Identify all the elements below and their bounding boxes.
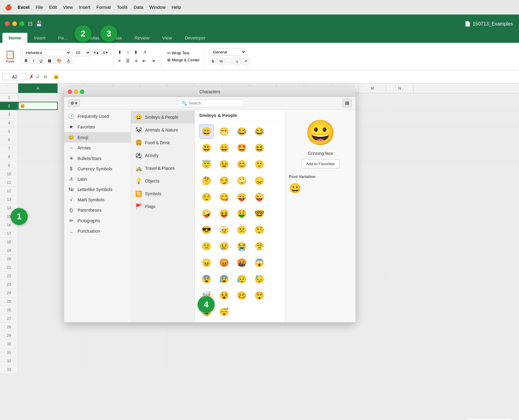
- grid-cell[interactable]: [140, 348, 167, 357]
- emoji-cell[interactable]: 😇: [199, 157, 214, 172]
- grid-cell[interactable]: [359, 365, 386, 374]
- grid-cell[interactable]: [58, 348, 85, 357]
- emoji-cell[interactable]: 😲: [252, 288, 267, 303]
- wrap-text-button[interactable]: ↩ Wrap Text: [167, 50, 200, 56]
- emoji-cell[interactable]: 😃: [199, 141, 214, 155]
- emoji-cell[interactable]: 😂: [234, 124, 249, 139]
- grid-cell[interactable]: [140, 340, 167, 348]
- subcat-symbols[interactable]: 🈶 Symbols: [131, 187, 195, 200]
- grid-cell[interactable]: [195, 365, 222, 374]
- grid-cell[interactable]: [386, 289, 413, 297]
- align-right-btn[interactable]: ≡: [133, 57, 140, 64]
- grid-cell[interactable]: [18, 178, 58, 186]
- subcat-flags[interactable]: 🚩 Flags: [131, 200, 195, 213]
- grid-cell[interactable]: [359, 280, 386, 289]
- grid-cell[interactable]: [386, 170, 413, 178]
- grid-cell[interactable]: [195, 348, 222, 357]
- align-top-btn[interactable]: ⬆: [116, 49, 124, 56]
- orientation-btn[interactable]: ↗: [141, 49, 149, 56]
- emoji-cell[interactable]: 😠: [199, 255, 214, 270]
- grid-cell[interactable]: [277, 340, 304, 348]
- grid-cell[interactable]: [222, 348, 249, 357]
- grid-cell[interactable]: [167, 340, 195, 348]
- grid-cell[interactable]: [112, 323, 140, 331]
- menu-format[interactable]: Format: [96, 5, 111, 10]
- grid-cell[interactable]: [112, 365, 140, 374]
- emoji-cell[interactable]: 😊: [234, 157, 249, 172]
- emoji-cell[interactable]: 😏: [217, 173, 231, 188]
- indent-dec-btn[interactable]: ⇤: [140, 57, 148, 64]
- grid-cell[interactable]: [386, 102, 413, 110]
- grid-cell[interactable]: [359, 161, 386, 169]
- grid-cell[interactable]: [386, 238, 413, 246]
- grid-cell[interactable]: [277, 357, 304, 365]
- tab-review[interactable]: Review: [128, 33, 155, 43]
- search-input[interactable]: [189, 101, 237, 105]
- menu-insert[interactable]: Insert: [79, 5, 90, 10]
- tab-insert[interactable]: Insert: [28, 33, 52, 43]
- grid-cell[interactable]: [18, 195, 58, 203]
- insert-function-btn[interactable]: fx: [42, 73, 49, 80]
- dec-increase-btn[interactable]: ↗: [242, 58, 249, 64]
- emoji-cell[interactable]: 😞: [252, 173, 267, 188]
- grid-cell[interactable]: [359, 289, 386, 297]
- emoji-cell[interactable]: 😁: [217, 124, 231, 139]
- grid-cell[interactable]: [222, 357, 249, 365]
- emoji-cell[interactable]: 🙁: [199, 239, 214, 254]
- grid-cell[interactable]: [386, 340, 413, 348]
- popup-close-btn[interactable]: [68, 90, 72, 94]
- grid-cell[interactable]: [140, 331, 167, 340]
- grid-view-button[interactable]: ⊞: [342, 99, 352, 108]
- grid-cell[interactable]: [18, 263, 58, 271]
- grid-cell[interactable]: [359, 93, 386, 101]
- grid-cell[interactable]: [195, 331, 222, 340]
- grid-cell[interactable]: [386, 110, 413, 118]
- grid-cell[interactable]: [18, 272, 58, 280]
- grid-cell[interactable]: [18, 161, 58, 169]
- subcat-travel[interactable]: 🚕 Travel & Places: [131, 162, 195, 175]
- cat-item-bullets[interactable]: ✳ Bullets/Stars: [64, 153, 131, 164]
- grid-cell[interactable]: [112, 348, 140, 357]
- grid-cell[interactable]: [359, 144, 386, 152]
- grid-cell[interactable]: [304, 323, 331, 331]
- grid-cell[interactable]: [85, 348, 112, 357]
- emoji-cell[interactable]: 🥴: [234, 288, 249, 303]
- grid-cell[interactable]: [386, 357, 413, 365]
- accounting-btn[interactable]: $: [210, 58, 216, 64]
- grid-cell[interactable]: [386, 365, 413, 374]
- grid-cell[interactable]: [331, 365, 359, 374]
- dec-decrease-btn[interactable]: ↘: [233, 58, 240, 64]
- grid-cell[interactable]: [249, 323, 277, 331]
- grid-cell[interactable]: [85, 331, 112, 340]
- font-color-button[interactable]: A̲: [65, 57, 72, 64]
- grid-cell[interactable]: [359, 357, 386, 365]
- menu-view[interactable]: View: [63, 5, 73, 10]
- grid-cell[interactable]: [304, 348, 331, 357]
- menu-edit[interactable]: Edit: [49, 5, 57, 10]
- indent-inc-btn[interactable]: ⇥: [149, 57, 157, 64]
- emoji-cell[interactable]: 😝: [217, 206, 231, 221]
- grid-cell[interactable]: [386, 306, 413, 314]
- grid-cell[interactable]: [386, 297, 413, 306]
- grid-cell[interactable]: [222, 340, 249, 348]
- grid-cell[interactable]: [222, 331, 249, 340]
- grid-cell[interactable]: [304, 340, 331, 348]
- grid-cell[interactable]: [359, 238, 386, 246]
- grid-cell[interactable]: [85, 340, 112, 348]
- apple-icon[interactable]: 🍎: [5, 4, 12, 11]
- emoji-cell[interactable]: 🤔: [199, 173, 214, 188]
- grid-cell[interactable]: [18, 314, 58, 323]
- emoji-cell[interactable]: 🤬: [234, 255, 249, 270]
- sidebar-toggle-icon[interactable]: ⊟: [28, 20, 33, 27]
- grid-cell[interactable]: [359, 297, 386, 306]
- tab-page[interactable]: Pa...: [52, 33, 74, 43]
- grid-cell[interactable]: [386, 187, 413, 195]
- grid-cell[interactable]: [359, 195, 386, 203]
- grid-cell[interactable]: [18, 144, 58, 152]
- grid-cell[interactable]: [18, 127, 58, 135]
- grid-cell[interactable]: [85, 323, 112, 331]
- grid-cell[interactable]: [359, 170, 386, 178]
- grid-cell[interactable]: [18, 297, 58, 306]
- emoji-cell[interactable]: 😡: [217, 255, 231, 270]
- emoji-cell[interactable]: 😛: [234, 190, 249, 204]
